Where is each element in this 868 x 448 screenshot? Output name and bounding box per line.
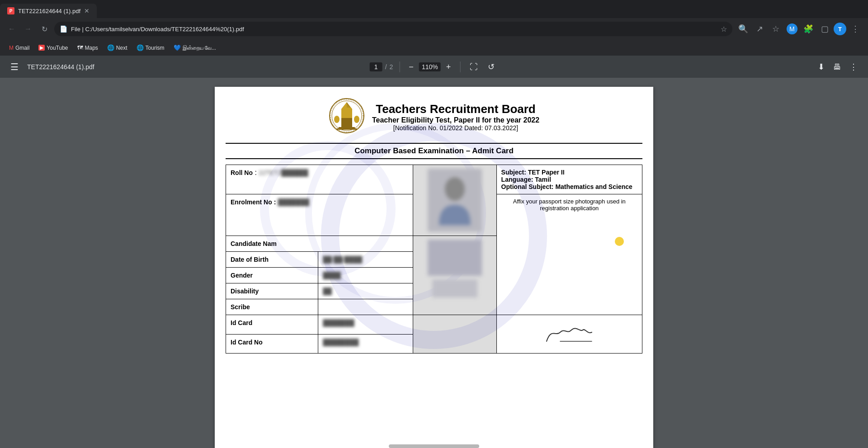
candidate-name-label: Candidate Nam: [231, 240, 277, 247]
subject-cell: Subject: TET Paper II Language: Tamil Op…: [496, 165, 642, 194]
admit-card: Teachers Recruitment Board Teacher Eligi…: [226, 98, 642, 354]
extension-icon[interactable]: M: [785, 22, 799, 36]
profile-avatar[interactable]: T: [834, 23, 846, 35]
table-row: Id Card ███████: [226, 315, 642, 335]
window-icon[interactable]: ▢: [817, 22, 832, 36]
pdf-zoom-input[interactable]: 110%: [419, 62, 441, 71]
bookmark-tourism-label: Tourism: [146, 45, 165, 51]
extensions-icon[interactable]: 🧩: [801, 22, 816, 36]
language-value: Tamil: [535, 176, 551, 183]
roll-no-value: 22TET2██████: [259, 169, 308, 176]
optional-subject-value: Mathematics and Science: [555, 183, 632, 190]
zoom-in-button[interactable]: +: [443, 61, 454, 74]
enrolment-value: ███████: [278, 198, 309, 206]
reload-button[interactable]: ↻: [38, 23, 51, 35]
svg-rect-8: [339, 127, 355, 128]
print-button[interactable]: 🖶: [830, 60, 844, 74]
tourism-icon: 🌐: [137, 44, 144, 51]
svg-point-13: [445, 177, 465, 201]
pdf-menu-button[interactable]: ☰: [7, 60, 22, 74]
pdf-page-separator: /: [385, 63, 387, 71]
id-card-no-label: Id Card No: [231, 339, 263, 346]
pdf-toolbar-right: ⬇ 🖶 ⋮: [814, 60, 861, 74]
share-icon[interactable]: ↗: [752, 22, 767, 36]
active-tab[interactable]: P TET2221624644 (1).pdf ✕: [0, 4, 97, 18]
table-row: Roll No : 22TET2██████: [226, 165, 642, 194]
svg-rect-9: [337, 128, 357, 130]
pdf-page: Teachers Recruitment Board Teacher Eligi…: [215, 87, 653, 448]
photo-cell: [413, 165, 496, 236]
svg-point-10: [334, 116, 340, 123]
forward-button[interactable]: →: [22, 23, 34, 35]
maps-icon: 🗺: [77, 44, 83, 51]
bookmark-youtube[interactable]: ▶ YouTube: [35, 43, 71, 53]
zoom-separator: [399, 61, 400, 72]
tab-favicon: P: [7, 7, 14, 14]
subject-value: TET Paper II: [528, 169, 565, 176]
bookmarks-bar: M Gmail ▶ YouTube 🗺 Maps 🌐 Next 🌐 Touris…: [0, 40, 868, 56]
notification: [Notification No. 01/2022 Dated: 07.03.2…: [372, 124, 539, 132]
pdf-total-pages: 2: [390, 63, 393, 71]
pdf-more-button[interactable]: ⋮: [846, 60, 861, 74]
star-icon[interactable]: ☆: [721, 25, 727, 33]
url-path: C:/Users/tamilselvan/Downloads/TET222162…: [85, 26, 244, 33]
download-button[interactable]: ⬇: [814, 60, 828, 74]
gender-label: Gender: [231, 272, 253, 279]
photo-bottom-cell: [413, 315, 496, 354]
zoom-sep2: [460, 61, 460, 72]
url-separator: |: [82, 26, 85, 33]
bookmark-gmail[interactable]: M Gmail: [5, 43, 33, 53]
back-button[interactable]: ←: [5, 23, 18, 35]
language-label: Language:: [501, 176, 533, 183]
dob-label: Date of Birth: [231, 256, 269, 263]
disability-value: ██: [323, 288, 332, 295]
next-icon: 🌐: [107, 44, 114, 51]
bookmark-today[interactable]: 💙 இன்றைய வே...: [170, 42, 220, 53]
affix-note: Affix your passport size photograph used…: [513, 198, 626, 212]
youtube-icon: ▶: [38, 45, 45, 51]
bookmark-maps-label: Maps: [85, 45, 98, 51]
affix-photo-cell: Affix your passport size photograph used…: [496, 194, 642, 315]
bookmark-tourism[interactable]: 🌐 Tourism: [133, 42, 168, 53]
zoom-out-button[interactable]: −: [406, 61, 416, 74]
zoom-icon[interactable]: 🔍: [736, 22, 750, 36]
bookmark-youtube-label: YouTube: [47, 45, 68, 51]
bookmark-next[interactable]: 🌐 Next: [104, 42, 131, 53]
fit-page-button[interactable]: ⛶: [467, 60, 481, 74]
svg-text:M: M: [789, 25, 795, 33]
bookmark-next-label: Next: [116, 45, 127, 51]
roll-no-label: Roll No: [231, 169, 253, 176]
header-text: Teachers Recruitment Board Teacher Eligi…: [372, 102, 539, 132]
address-bar[interactable]: 📄 File | C:/Users/tamilselvan/Downloads/…: [54, 22, 732, 36]
scrollbar-thumb[interactable]: [389, 444, 479, 448]
protocol-label: File: [71, 26, 80, 33]
photo-area-bottom: [413, 236, 496, 315]
admit-details-table: Roll No : 22TET2██████: [226, 165, 642, 354]
admit-title: Computer Based Examination – Admit Card: [226, 143, 642, 159]
tab-close-button[interactable]: ✕: [84, 7, 90, 14]
pdf-page-controls: 1 / 2 − 110% + ⛶ ↺: [370, 60, 499, 74]
disability-label: Disability: [231, 288, 259, 295]
pdf-toolbar: ☰ TET2221624644 (1).pdf 1 / 2 − 110% + ⛶…: [0, 56, 868, 78]
tab-title: TET2221624644 (1).pdf: [18, 8, 80, 14]
pdf-page-input[interactable]: 1: [370, 62, 382, 71]
bookmark-gmail-label: Gmail: [15, 45, 29, 51]
url-text: File | C:/Users/tamilselvan/Downloads/TE…: [71, 26, 717, 33]
bookmark-star-icon[interactable]: ☆: [769, 22, 783, 36]
id-card-label: Id Card: [231, 319, 252, 326]
optional-subject-label: Optional Subject:: [501, 183, 554, 190]
exam-name: Teacher Eligibility Test, Paper II for t…: [372, 116, 539, 124]
gender-value: ████: [323, 272, 341, 279]
org-name: Teachers Recruitment Board: [372, 102, 539, 116]
file-icon: 📄: [60, 25, 67, 33]
today-icon: 💙: [174, 44, 181, 51]
dob-value: ██/██/████: [323, 256, 362, 263]
svg-point-11: [354, 116, 359, 123]
rotate-button[interactable]: ↺: [484, 60, 498, 74]
pdf-content-area[interactable]: Teachers Recruitment Board Teacher Eligi…: [0, 78, 868, 448]
admit-header: Teachers Recruitment Board Teacher Eligi…: [226, 98, 642, 136]
bookmark-maps[interactable]: 🗺 Maps: [74, 42, 102, 53]
signature-cell: [496, 315, 642, 354]
subject-label: Subject:: [501, 169, 526, 176]
more-options-icon[interactable]: ⋮: [848, 22, 863, 36]
